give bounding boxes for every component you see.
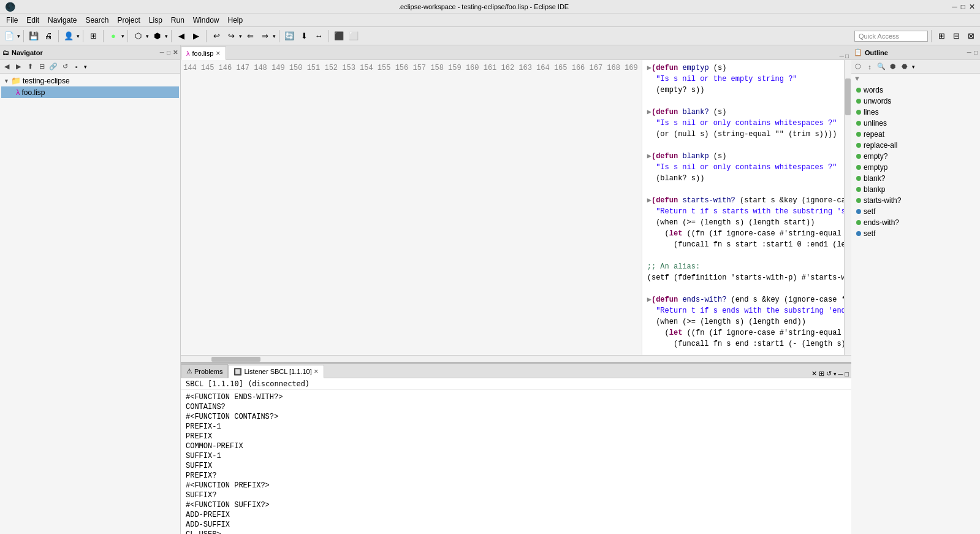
outline-item[interactable]: lines (854, 107, 978, 118)
outline-sort[interactable]: ↕ (864, 61, 875, 72)
tree-file-foolisp[interactable]: λ foo.lisp (1, 86, 179, 98)
outline-item[interactable]: empty? (854, 151, 978, 162)
menu-search[interactable]: Search (82, 15, 112, 26)
save-button[interactable]: 💾 (27, 29, 40, 43)
btn-d[interactable]: ⇒ (258, 29, 272, 43)
navigator-minimize[interactable]: ─ (160, 49, 164, 56)
listener-restart[interactable]: ↺ (826, 370, 832, 378)
outline-item[interactable]: words (854, 85, 978, 96)
btn-t1[interactable]: ⬡ (131, 29, 145, 43)
code-editor[interactable]: 144 145 146 147 148 149 150 151 152 153 … (181, 60, 851, 355)
outline-filter[interactable]: 🔍 (876, 61, 887, 72)
code-content[interactable]: ▶(defun emptyp (s) "Is s nil or the empt… (642, 60, 844, 355)
outline-maximize[interactable]: □ (974, 49, 978, 56)
outline-item[interactable]: repeat (854, 129, 978, 140)
btn-f[interactable]: ⬇ (297, 29, 311, 43)
nav-up-btn[interactable]: ⬆ (25, 61, 36, 72)
nav-collapse-btn[interactable]: ⊟ (36, 61, 47, 72)
listener-stop[interactable]: ✕ (811, 370, 817, 378)
btn-d-dd[interactable]: ▾ (273, 33, 276, 39)
listener-dropdown[interactable]: ▾ (834, 371, 837, 377)
outline-minimize[interactable]: ─ (967, 49, 971, 56)
btn-c[interactable]: ⇐ (243, 29, 257, 43)
sep10 (931, 30, 932, 42)
btn-b-dd[interactable]: ▾ (239, 33, 242, 39)
nav-fwd-btn[interactable]: ▶ (13, 61, 24, 72)
nav-fwd[interactable]: ▶ (189, 29, 203, 43)
tab-foolisp[interactable]: λ foo.lisp ✕ (181, 47, 226, 60)
btn-b[interactable]: ↪ (224, 29, 238, 43)
outline-sync[interactable]: ⬢ (887, 61, 898, 72)
minimize-button[interactable]: ─ (952, 2, 957, 11)
outline-dot (856, 132, 861, 137)
print-button[interactable]: 🖨 (42, 29, 55, 43)
editor-hscrollbar[interactable] (181, 355, 851, 362)
outline-more[interactable]: ⬣ (899, 61, 910, 72)
nav-back-btn[interactable]: ◀ (1, 61, 12, 72)
outline-item[interactable]: starts-with? (854, 195, 978, 206)
btn-t1-dd[interactable]: ▾ (146, 33, 149, 39)
nav-refresh-btn[interactable]: ↺ (59, 61, 70, 72)
outline-item[interactable]: emptyp (854, 162, 978, 173)
restore-button[interactable]: □ (961, 2, 965, 11)
listener-maximize[interactable]: □ (845, 370, 849, 378)
debug-button[interactable]: ● (107, 29, 120, 43)
outline-dd[interactable]: ▾ (912, 64, 915, 70)
debug-dropdown[interactable]: ▾ (121, 33, 124, 39)
nav-link-btn[interactable]: 🔗 (48, 61, 59, 72)
layout-btn[interactable]: ⊠ (964, 29, 978, 43)
listener-clear[interactable]: ⊞ (819, 370, 824, 378)
menu-edit[interactable]: Edit (23, 15, 43, 26)
outline-item[interactable]: unwords (854, 96, 978, 107)
tree-project[interactable]: ▼ 📁 testing-eclipse (1, 75, 179, 86)
listener-content[interactable]: #<FUNCTION ENDS-WITH?>CONTAINS?#<FUNCTIO… (181, 390, 851, 534)
navigator-panel: 🗂 Navigator ─ □ ✕ ◀ ▶ ⬆ ⊟ 🔗 ↺ ▪ ▾ ▼ 📁 te… (0, 45, 181, 534)
btn-e[interactable]: 🔄 (283, 29, 296, 43)
btn-g[interactable]: ↔ (312, 29, 325, 43)
menu-navigate[interactable]: Navigate (44, 15, 80, 26)
navigator-maximize[interactable]: □ (167, 49, 170, 56)
outline-item[interactable]: ends-with? (854, 217, 978, 228)
editor-maximize[interactable]: □ (845, 53, 849, 59)
navigator-close[interactable]: ✕ (173, 49, 178, 56)
nav-back[interactable]: ◀ (175, 29, 188, 43)
menu-file[interactable]: File (2, 15, 21, 26)
menu-window[interactable]: Window (189, 15, 223, 26)
outline-dot (856, 220, 861, 225)
new-dropdown[interactable]: ▾ (17, 33, 20, 39)
editor-minimize[interactable]: ─ (840, 53, 844, 59)
menu-run[interactable]: Run (167, 15, 188, 26)
profile-button[interactable]: 👤 (62, 29, 75, 43)
new-button[interactable]: 📄 (2, 29, 16, 43)
outline-item[interactable]: blankp (854, 184, 978, 195)
listener-minimize[interactable]: ─ (838, 370, 843, 378)
outline-item[interactable]: setf (854, 228, 978, 239)
outline-item[interactable]: setf (854, 206, 978, 217)
btn-t2-dd[interactable]: ▾ (165, 33, 168, 39)
menu-help[interactable]: Help (224, 15, 247, 26)
outline-item[interactable]: blank? (854, 173, 978, 184)
btn-i[interactable]: ⬜ (347, 29, 360, 43)
open-perspective[interactable]: ⊞ (935, 29, 948, 43)
listener-close[interactable]: ✕ (314, 368, 319, 375)
close-button[interactable]: ✕ (969, 2, 975, 11)
btn-t2[interactable]: ⬢ (150, 29, 164, 43)
menu-project[interactable]: Project (113, 15, 143, 26)
outline-item[interactable]: unlines (854, 118, 978, 129)
editor-scrollbar[interactable] (844, 60, 851, 355)
btn-h[interactable]: ⬛ (332, 29, 346, 43)
perspective-list[interactable]: ⊟ (949, 29, 963, 43)
nav-filter-btn[interactable]: ▪ (71, 61, 82, 72)
outline-header: 📋 Outline ─ □ (851, 45, 980, 60)
profile-dropdown[interactable]: ▾ (77, 33, 80, 39)
menu-lisp[interactable]: Lisp (145, 15, 166, 26)
tab-close-btn[interactable]: ✕ (216, 50, 221, 56)
tab-problems[interactable]: ⚠ Problems (181, 364, 228, 378)
perspective-button[interactable]: ⊞ (86, 29, 100, 43)
tab-listener[interactable]: 🔲 Listener SBCL [1.1.10] ✕ (228, 365, 324, 378)
nav-more-btn[interactable]: ▾ (84, 64, 87, 70)
btn-a[interactable]: ↩ (210, 29, 223, 43)
outline-item[interactable]: replace-all (854, 140, 978, 151)
outline-collapse[interactable]: ⬡ (853, 61, 864, 72)
quick-access-input[interactable]: Quick Access (854, 31, 928, 42)
